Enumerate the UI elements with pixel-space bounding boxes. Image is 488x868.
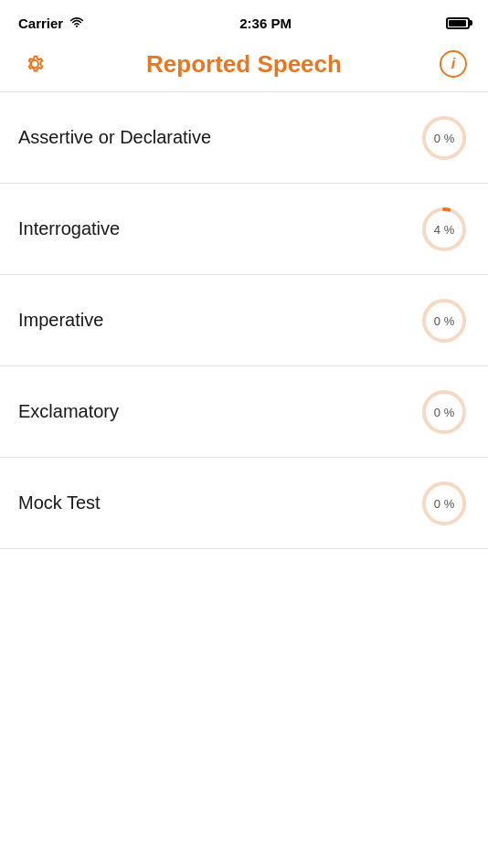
progress-text-interrogative: 4 % xyxy=(434,222,454,236)
item-label-interrogative: Interrogative xyxy=(18,218,120,239)
item-label-mock-test: Mock Test xyxy=(18,492,101,513)
settings-button[interactable] xyxy=(18,48,51,80)
battery-icon xyxy=(446,17,470,29)
progress-text-assertive-declarative: 0 % xyxy=(434,131,454,144)
status-right xyxy=(446,17,470,29)
progress-ring-mock-test: 0 % xyxy=(419,478,470,529)
list-item-interrogative[interactable]: Interrogative 4 % xyxy=(0,184,488,275)
list-item-mock-test[interactable]: Mock Test 0 % xyxy=(0,458,488,549)
gear-icon xyxy=(22,51,48,77)
page-title: Reported Speech xyxy=(146,50,342,79)
progress-ring-interrogative: 4 % xyxy=(419,204,470,255)
wifi-icon xyxy=(69,17,85,28)
list-item-assertive-declarative[interactable]: Assertive or Declarative 0 % xyxy=(0,92,488,184)
nav-bar: Reported Speech i xyxy=(0,40,488,91)
carrier-label: Carrier xyxy=(18,16,63,31)
item-label-imperative: Imperative xyxy=(18,310,103,331)
info-icon: i xyxy=(440,50,467,78)
progress-ring-exclamatory: 0 % xyxy=(419,386,470,438)
progress-text-mock-test: 0 % xyxy=(434,496,454,510)
info-button[interactable]: i xyxy=(437,48,470,80)
item-list: Assertive or Declarative 0 % Interrogati… xyxy=(0,92,488,549)
item-label-exclamatory: Exclamatory xyxy=(18,401,119,422)
status-left: Carrier xyxy=(18,16,85,31)
progress-text-imperative: 0 % xyxy=(434,313,454,327)
progress-text-exclamatory: 0 % xyxy=(434,405,454,418)
progress-ring-imperative: 0 % xyxy=(419,295,470,346)
item-label-assertive-declarative: Assertive or Declarative xyxy=(18,127,211,148)
list-item-exclamatory[interactable]: Exclamatory 0 % xyxy=(0,366,488,458)
status-bar: Carrier 2:36 PM xyxy=(0,0,488,40)
progress-ring-assertive-declarative: 0 % xyxy=(419,112,470,164)
status-time: 2:36 PM xyxy=(239,16,292,31)
list-item-imperative[interactable]: Imperative 0 % xyxy=(0,275,488,366)
